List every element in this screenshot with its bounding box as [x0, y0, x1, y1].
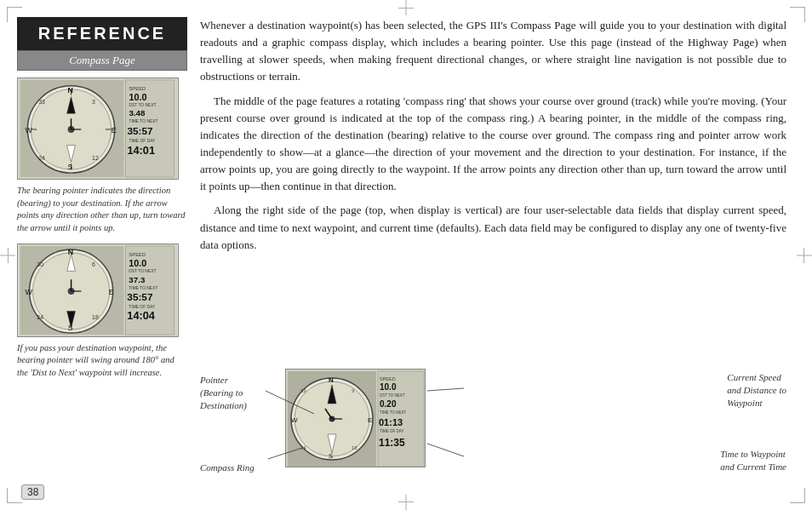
svg-text:SPEED: SPEED — [129, 251, 146, 256]
page-number: 38 — [21, 484, 44, 500]
svg-text:TIME OF DAY: TIME OF DAY — [129, 304, 156, 308]
corner-mark-br — [790, 488, 805, 503]
sidebar: REFERENCE Compass Page SPEED 10.0 DST TO… — [17, 17, 187, 380]
corner-mark-tr — [790, 7, 805, 22]
caption-device-1: The bearing pointer indicates the direct… — [17, 185, 187, 235]
svg-text:35:57: 35:57 — [127, 291, 153, 302]
label-speed-waypoint: Current Speed and Distance to Waypoint — [727, 371, 786, 410]
svg-text:11:35: 11:35 — [379, 437, 405, 449]
svg-text:33: 33 — [38, 99, 45, 105]
svg-text:30: 30 — [37, 261, 43, 266]
svg-text:E: E — [368, 416, 372, 424]
svg-text:S: S — [68, 163, 73, 171]
svg-text:DST TO NEXT: DST TO NEXT — [380, 393, 405, 398]
svg-text:TIME TO NEXT: TIME TO NEXT — [129, 286, 157, 290]
diagram-container: Pointer (Bearing to Destination) Compass… — [200, 367, 786, 478]
svg-text:W: W — [291, 416, 298, 424]
diagram-area: Pointer (Bearing to Destination) Compass… — [200, 367, 786, 478]
paragraph-1: Whenever a destination waypoint(s) has b… — [200, 17, 786, 86]
svg-text:N: N — [68, 86, 73, 95]
svg-text:E: E — [112, 126, 117, 135]
svg-text:24: 24 — [38, 155, 45, 161]
svg-text:TIME TO NEXT: TIME TO NEXT — [380, 410, 407, 415]
svg-text:SPEED: SPEED — [129, 86, 146, 91]
svg-text:12: 12 — [92, 155, 99, 161]
svg-line-84 — [427, 388, 464, 391]
main-content: Whenever a destination waypoint(s) has b… — [200, 17, 786, 261]
compass-page-label: Compass Page — [17, 50, 187, 71]
svg-text:18: 18 — [92, 314, 99, 320]
svg-text:14:04: 14:04 — [127, 309, 156, 322]
svg-text:14:01: 14:01 — [127, 144, 155, 157]
svg-text:N: N — [68, 248, 73, 256]
svg-text:10.0: 10.0 — [129, 92, 146, 102]
svg-text:SPEED: SPEED — [380, 376, 396, 381]
svg-text:37.3: 37.3 — [129, 275, 146, 284]
svg-text:33: 33 — [300, 388, 306, 393]
label-compass-ring: Compass Ring — [200, 462, 254, 473]
reference-banner: REFERENCE — [17, 17, 187, 50]
gps-device-1: SPEED 10.0 DST TO NEXT 3.48 TIME TO NEXT… — [17, 77, 179, 180]
svg-text:TIME OF DAY: TIME OF DAY — [129, 139, 156, 143]
svg-text:10.0: 10.0 — [380, 382, 397, 392]
svg-text:10.0: 10.0 — [129, 257, 146, 267]
svg-text:24: 24 — [37, 314, 43, 320]
paragraph-2: The middle of the page features a rotati… — [200, 93, 786, 196]
gps-device-2: SPEED 10.0 DST TO NEXT 37.3 TIME TO NEXT… — [17, 244, 179, 337]
label-time-waypoint: Time to Waypoint and Current Time — [720, 448, 786, 473]
svg-text:DST TO NEXT: DST TO NEXT — [129, 269, 156, 273]
svg-text:24: 24 — [300, 445, 306, 450]
paragraph-3: Along the right side of the page (top, w… — [200, 202, 786, 253]
svg-text:N: N — [329, 376, 334, 384]
svg-text:TIME TO NEXT: TIME TO NEXT — [129, 119, 157, 123]
corner-mark-bl — [7, 488, 22, 503]
svg-text:3: 3 — [92, 99, 95, 105]
svg-text:3.48: 3.48 — [129, 108, 146, 117]
svg-text:35:57: 35:57 — [127, 125, 153, 137]
diagram-gps-device: SPEED 10.0 DST TO NEXT 0.20 TIME TO NEXT… — [285, 369, 426, 467]
svg-text:E: E — [109, 288, 114, 296]
svg-text:TIME OF DAY: TIME OF DAY — [380, 429, 403, 433]
svg-line-85 — [427, 444, 464, 456]
caption-device-2: If you pass your destination waypoint, t… — [17, 342, 187, 380]
svg-text:0.20: 0.20 — [380, 399, 397, 409]
svg-text:6: 6 — [92, 261, 95, 266]
svg-text:DST TO NEXT: DST TO NEXT — [129, 103, 156, 107]
svg-text:W: W — [26, 288, 33, 296]
label-pointer: Pointer (Bearing to Destination) — [200, 374, 247, 412]
svg-text:S: S — [329, 452, 333, 460]
svg-text:01:13: 01:13 — [379, 417, 403, 427]
svg-text:W: W — [25, 126, 32, 135]
svg-text:18: 18 — [352, 445, 357, 450]
